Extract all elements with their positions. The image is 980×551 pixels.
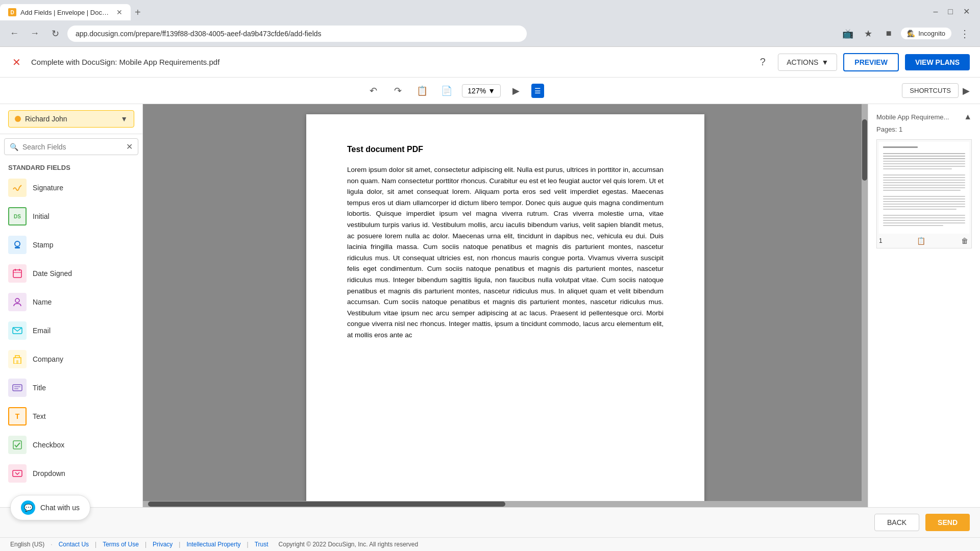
dropdown-field-label: Dropdown [33,469,65,478]
signature-field-label: Signature [33,184,63,192]
recipient-name: Richard John [25,115,116,123]
bookmark-icon[interactable]: ★ [860,26,876,42]
close-document-button[interactable]: ✕ [10,54,23,70]
scroll-thumb-horizontal[interactable] [148,502,505,507]
page-delete-button[interactable]: 🗑 [960,236,969,246]
undo-button[interactable]: ↶ [364,82,382,100]
date-signed-field-label: Date Signed [33,269,72,278]
bottom-actions: BACK SEND [874,514,970,531]
pdf-container: Test document PDF Lorem ipsum dolor sit … [143,104,868,507]
svg-rect-1 [15,247,20,248]
incognito-label: Incognito [918,30,945,37]
actions-chevron-icon: ▼ [821,58,828,66]
footer-language: English (US) [10,541,44,548]
name-field-label: Name [33,298,52,306]
field-item-signature[interactable]: Signature [0,173,142,202]
maximize-button[interactable]: □ [944,5,957,18]
extension-icon[interactable]: ■ [880,26,897,42]
footer-trust-link[interactable]: Trust [255,541,268,548]
new-tab-button[interactable]: + [131,5,145,20]
help-button[interactable]: ? [753,53,772,71]
back-button[interactable]: BACK [874,514,919,531]
shortcuts-button[interactable]: SHORTCUTS [902,83,959,98]
page-copy-button[interactable]: 📋 [916,236,926,246]
scroll-thumb-vertical[interactable] [862,119,867,181]
view-plans-button[interactable]: VIEW PLANS [905,54,970,70]
browser-menu-button[interactable]: ⋮ [955,26,974,42]
tab-close-button[interactable]: ✕ [116,8,122,16]
app-footer: English (US) · Contact Us | Terms of Use… [0,537,980,551]
field-item-date-signed[interactable]: Date Signed [0,259,142,288]
field-item-name[interactable]: Name [0,288,142,316]
field-item-dropdown[interactable]: Dropdown [0,459,142,488]
company-field-icon [8,350,27,368]
field-item-initial[interactable]: DS Initial [0,202,142,231]
field-item-checkbox[interactable]: Checkbox [0,431,142,459]
field-item-stamp[interactable]: Stamp [0,231,142,259]
email-field-label: Email [33,327,51,335]
panel-collapse-button[interactable]: ▲ [964,112,972,121]
pdf-scroll-area[interactable]: Test document PDF Lorem ipsum dolor sit … [143,104,868,507]
forward-nav-button[interactable]: → [27,26,43,42]
svg-point-0 [15,241,20,246]
field-item-title[interactable]: Title [0,373,142,402]
fit-page-button[interactable]: ▶ [507,82,525,100]
footer-copyright: Copyright © 2022 DocuSign, Inc. All righ… [279,541,419,548]
sidebar-header: Richard John ▼ [0,104,142,134]
fields-section-header: Standard Fields [0,159,142,173]
chat-widget[interactable]: 💬 Chat with us [10,495,90,520]
actions-label: ACTIONS [787,58,818,66]
fields-active-icon[interactable]: ☰ [531,84,544,98]
search-fields-input[interactable] [22,143,122,151]
paste-button[interactable]: 📄 [437,82,456,100]
recipient-selector[interactable]: Richard John ▼ [8,110,134,128]
pdf-body-text: Lorem ipsum dolor sit amet, consectetur … [347,164,664,341]
recipient-dropdown-icon: ▼ [120,115,128,123]
active-tab[interactable]: D Add Fields | Envelope | DocuSign ✕ [0,4,131,20]
page-controls: 1 📋 🗑 [879,236,969,246]
redo-button[interactable]: ↷ [388,82,407,100]
tab-favicon: D [8,8,16,16]
side-panel-button[interactable]: ▶ [963,85,970,96]
horizontal-scrollbar[interactable] [143,501,862,507]
footer-contact-us-link[interactable]: Contact Us [59,541,89,548]
pdf-page-title: Test document PDF [347,145,664,154]
bottom-bar: BACK SEND [0,507,980,537]
panel-header: Mobile App Requireme... ▲ [876,112,972,121]
footer-privacy-link[interactable]: Privacy [153,541,173,548]
recipient-color-dot [15,116,21,122]
minimize-button[interactable]: – [929,5,942,18]
field-item-text[interactable]: T Text [0,402,142,431]
footer-ip-link[interactable]: Intellectual Property [186,541,240,548]
page-thumbnail[interactable] [879,142,969,234]
pdf-page: Test document PDF Lorem ipsum dolor sit … [306,114,704,507]
search-clear-button[interactable]: ✕ [126,142,133,152]
copy-button[interactable]: 📋 [413,82,431,100]
zoom-level: 127% [468,87,486,95]
address-bar-input[interactable] [67,26,527,42]
reload-button[interactable]: ↻ [47,26,63,42]
vertical-scrollbar[interactable] [862,104,868,507]
incognito-badge: 🕵 Incognito [901,28,951,39]
main-content: Richard John ▼ 🔍 ✕ Standard Fields Signa… [0,104,980,507]
field-item-company[interactable]: Company [0,345,142,373]
chat-icon: 💬 [21,500,35,515]
back-nav-button[interactable]: ← [6,26,22,42]
actions-button[interactable]: ACTIONS ▼ [778,54,837,71]
cast-icon[interactable]: 📺 [840,26,856,42]
app-header: ✕ Complete with DocuSign: Mobile App Req… [0,47,980,78]
send-button[interactable]: SEND [925,514,970,531]
incognito-icon: 🕵 [907,30,915,37]
title-field-label: Title [33,384,46,392]
right-panel: Mobile App Requireme... ▲ Pages: 1 [868,104,980,507]
text-field-icon: T [8,407,27,425]
zoom-control[interactable]: 127% ▼ [462,84,501,97]
footer-terms-link[interactable]: Terms of Use [103,541,139,548]
preview-button[interactable]: PREVIEW [843,53,899,71]
stamp-field-label: Stamp [33,241,53,249]
search-icon: 🔍 [10,143,18,151]
checkbox-field-icon [8,436,27,454]
field-item-email[interactable]: Email [0,316,142,345]
close-window-button[interactable]: ✕ [959,5,974,18]
svg-rect-14 [13,470,22,477]
